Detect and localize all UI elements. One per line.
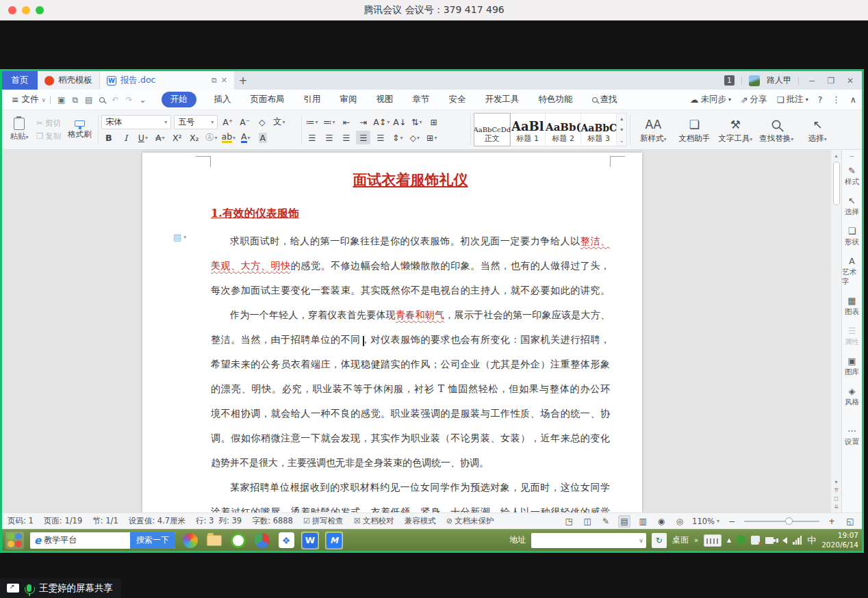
next-page-icon[interactable]: ⇊	[834, 504, 839, 510]
decrease-font-button[interactable]: A⁻	[238, 115, 252, 129]
quickbar-overflow-icon[interactable]: ⌄	[139, 95, 146, 105]
chevrons-icon[interactable]: »	[694, 536, 698, 544]
desktop-toolbar-label[interactable]: 桌面	[672, 534, 689, 546]
sidebar-item-shapes[interactable]: ❏形状	[845, 226, 859, 247]
cut-button[interactable]: ✂剪切	[36, 118, 61, 129]
ribbon-tab-find[interactable]: 查找	[591, 92, 619, 107]
font-size-select[interactable]: 五号 ▾	[174, 115, 218, 129]
scroll-down-icon[interactable]: ▾	[834, 479, 837, 485]
gallery-more-icon[interactable]: ⌄	[620, 138, 624, 144]
clear-format-button[interactable]: ◇	[255, 115, 269, 129]
taskbar-clock[interactable]: 19:07 2020/6/14	[821, 531, 858, 549]
style-gallery-scroll[interactable]: ▴ ▾ ⌄	[617, 114, 626, 146]
outline-font-button[interactable]: Ⓐ▾	[204, 131, 218, 145]
sidebar-item-wordart[interactable]: A艺术字	[842, 256, 862, 287]
search-submit-button[interactable]: 搜索一下	[130, 532, 175, 549]
spell-check-button[interactable]: ☑拼写检查	[303, 516, 344, 526]
shading-fill-button[interactable]: ◇▾	[407, 131, 422, 144]
touch-keyboard-icon[interactable]	[704, 534, 722, 547]
ribbon-tab-security[interactable]: 安全	[448, 92, 468, 107]
network-signal-icon[interactable]	[793, 536, 802, 545]
strikethrough-button[interactable]: A▾	[153, 131, 167, 145]
zoom-out-button[interactable]: −	[726, 515, 738, 528]
fullscreen-view-icon[interactable]: ◳	[563, 515, 575, 528]
select-browse-object-icon[interactable]: ◻	[834, 495, 839, 502]
underline-button[interactable]: U▾	[136, 131, 150, 145]
action-center-flag-icon[interactable]	[751, 536, 760, 545]
file-menu-button[interactable]: ≡ 文件 ∨	[8, 94, 50, 105]
sidebar-item-theme[interactable]: ◈风格	[845, 386, 859, 407]
highlight-button[interactable]: ab▾	[221, 131, 235, 145]
align-center-button[interactable]: ☰	[322, 131, 336, 144]
previous-page-icon[interactable]: ⇈	[834, 487, 839, 493]
save-icon[interactable]: ▣	[58, 95, 65, 105]
ribbon-tab-special-features[interactable]: 特色功能	[537, 92, 574, 107]
ime-indicator[interactable]: 中	[807, 534, 816, 547]
increase-font-button[interactable]: A⁺	[220, 115, 235, 129]
paragraph-options-widget[interactable]: ▤ ▾	[173, 232, 186, 242]
char-scale-button[interactable]: A↕▾	[373, 115, 390, 129]
taskbar-app-explorer[interactable]	[205, 532, 223, 549]
comment-button[interactable]: ❏ 批注 ▾	[776, 94, 808, 105]
doc-assistant-button[interactable]: ❏ 文档助手	[674, 116, 714, 144]
taskbar-app-tricolor[interactable]	[253, 532, 271, 549]
increase-indent-button[interactable]: ⇥	[356, 115, 370, 129]
sidebar-item-gallery[interactable]: ▣图库	[845, 356, 859, 377]
search-input[interactable]: 教学平台	[44, 534, 130, 546]
ribbon-tab-view[interactable]: 视图	[375, 92, 395, 107]
vertical-scrollbar[interactable]: ▴ ▾ ⇈ ◻ ⇊	[830, 150, 841, 512]
scrollbar-thumb[interactable]	[833, 161, 840, 205]
distribute-button[interactable]: ☰	[373, 131, 387, 144]
ribbon-tab-page-layout[interactable]: 页面布局	[249, 92, 286, 107]
user-avatar[interactable]	[749, 75, 760, 86]
italic-button[interactable]: I	[118, 131, 133, 145]
taskbar-app-wps[interactable]: W	[301, 532, 319, 549]
format-painter-button[interactable]: 格式刷	[64, 120, 95, 140]
gallery-down-icon[interactable]: ▾	[620, 127, 623, 133]
sidebar-item-style[interactable]: ✎样式	[845, 166, 859, 187]
new-style-button[interactable]: AA 新样式▾	[633, 116, 673, 144]
line-spacing-button[interactable]: ⇕▾	[390, 131, 405, 144]
decrease-indent-button[interactable]: ⇤	[339, 115, 353, 129]
ribbon-tab-insert[interactable]: 插入	[213, 92, 233, 107]
taskbar-search-box[interactable]: e 教学平台 搜索一下	[30, 532, 175, 549]
font-name-select[interactable]: 宋体 ▾	[101, 115, 171, 129]
ribbon-tab-review[interactable]: 审阅	[339, 92, 359, 107]
speaker-icon[interactable]	[779, 537, 787, 544]
pinyin-guide-button[interactable]: 文▾	[272, 115, 286, 129]
style-heading1[interactable]: AaBl 标题 1	[510, 114, 546, 146]
scroll-up-icon[interactable]: ▴	[834, 153, 837, 159]
taskbar-app-browser360[interactable]	[181, 532, 199, 549]
subscript-button[interactable]: X₂	[187, 131, 201, 145]
share-button[interactable]: ⇗ 分享	[741, 94, 767, 105]
select-button[interactable]: ↖ 选择▾	[797, 116, 837, 144]
tray-expand-icon[interactable]: ▲	[727, 537, 731, 543]
numbering-button[interactable]: ≕▾	[322, 115, 336, 129]
align-right-button[interactable]: ☰	[339, 131, 353, 144]
protection-status[interactable]: ⊘文档未保护	[446, 516, 494, 526]
combo-arrow-icon[interactable]: ∨	[639, 537, 643, 544]
text-direction-button[interactable]: ⊞	[426, 115, 441, 129]
status-word-count[interactable]: 字数: 6888	[252, 516, 293, 526]
collapse-ribbon-icon[interactable]: ∧	[850, 94, 856, 105]
sidebar-item-select[interactable]: ↖选择	[845, 196, 859, 217]
ribbon-tab-dev-tools[interactable]: 开发工具	[484, 92, 521, 107]
proofread-button[interactable]: ☒文档校对	[354, 516, 394, 526]
new-tab-button[interactable]: +	[234, 71, 252, 90]
find-replace-button[interactable]: 查找替换▾	[756, 116, 796, 144]
ribbon-tab-section[interactable]: 章节	[411, 92, 431, 107]
zoom-slider[interactable]	[744, 521, 819, 522]
font-color-button[interactable]: A▾	[238, 131, 253, 145]
tab-document[interactable]: W 报告.doc ⧉ ✕	[100, 71, 234, 90]
bold-button[interactable]: B	[101, 131, 116, 145]
window-restore-button[interactable]: ❐	[825, 76, 837, 86]
style-heading2[interactable]: AaBb( 标题 2	[546, 114, 581, 146]
more-options-icon[interactable]: ⋮	[832, 94, 841, 105]
outline-view-icon[interactable]: ▥	[637, 515, 649, 528]
two-page-view-icon[interactable]: ◫	[581, 515, 593, 528]
redo-icon[interactable]: ↷	[125, 95, 132, 105]
taskbar-app-green-browser[interactable]	[229, 532, 247, 549]
eye-protection-icon[interactable]: ◎	[674, 515, 686, 528]
fit-page-button[interactable]: ◱	[844, 515, 856, 528]
paste-button[interactable]: 粘贴▾	[5, 118, 34, 142]
